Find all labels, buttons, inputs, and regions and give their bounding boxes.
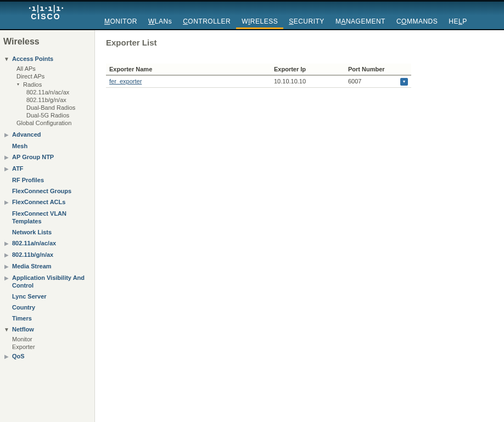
sidebar-item-ap-group-ntp[interactable]: ▶ AP Group NTP [0,151,94,163]
top-bar: ·ı|ı·ı|ı· CISCO MONITOR WLANs CONTROLLER… [0,0,504,30]
nav-management[interactable]: MANAGEMENT [330,13,391,29]
chevron-down-icon: ▼ [3,326,10,334]
dropdown-icon: ▾ [403,79,405,84]
exporter-table: Exporter Name Exporter Ip Port Number fe… [106,64,411,88]
sidebar-item-80211b[interactable]: ▶ 802.11b/g/n/ax [0,249,94,261]
exporter-port-cell: 6007 [345,75,397,87]
chevron-right-icon: ▶ [3,274,10,282]
table-row: fer_exporter 10.10.10.10 6007 ▾ [106,75,411,87]
chevron-right-icon: ▶ [3,199,10,206]
caret-down-icon: ▼ [15,81,21,88]
sidebar-title: Wireless [0,36,94,53]
chevron-right-icon: ▶ [3,353,10,361]
chevron-right-icon: ▶ [3,131,10,139]
sidebar-item-80211a[interactable]: ▶ 802.11a/n/ac/ax [0,238,94,249]
chevron-right-icon: ▶ [3,165,10,173]
sidebar-item-radio-a[interactable]: 802.11a/n/ac/ax [26,88,94,96]
nav-wlans[interactable]: WLANs [143,13,177,29]
col-port-number: Port Number [345,64,397,75]
sidebar-item-flexconnect-groups[interactable]: FlexConnect Groups [0,185,94,196]
sidebar-item-dual-5g[interactable]: Dual-5G Radios [26,111,94,119]
nav-wireless[interactable]: WIRELESS [236,13,283,29]
sidebar-item-mesh[interactable]: Mesh [0,140,94,151]
sidebar-item-network-lists[interactable]: Network Lists [0,227,94,238]
sidebar: Wireless ▼ Access Points All APs Direct … [0,30,95,422]
nav-monitor[interactable]: MONITOR [99,13,143,29]
sidebar-item-lync[interactable]: Lync Server [0,291,94,302]
sidebar-item-access-points[interactable]: ▼ Access Points [0,53,94,65]
sidebar-item-timers[interactable]: Timers [0,313,94,324]
chevron-right-icon: ▶ [3,251,10,259]
nav-security[interactable]: SECURITY [283,13,330,29]
nav-help[interactable]: HELP [443,13,472,29]
sidebar-item-netflow-monitor[interactable]: Monitor [12,335,94,343]
exporter-ip-cell: 10.10.10.10 [271,75,345,87]
sidebar-item-rf-profiles[interactable]: RF Profiles [0,175,94,185]
nav-commands[interactable]: COMMANDS [391,13,443,29]
page-title: Exporter List [106,38,493,47]
sidebar-item-flexconnect-vlan[interactable]: FlexConnect VLAN Templates [0,208,94,227]
sidebar-item-direct-aps[interactable]: Direct APs [16,72,94,80]
chevron-right-icon: ▶ [3,154,10,161]
col-actions [397,64,411,75]
sidebar-item-media-stream[interactable]: ▶ Media Stream [0,261,94,272]
brand-text: CISCO [27,12,64,21]
chevron-down-icon: ▼ [3,55,10,63]
sidebar-item-advanced[interactable]: ▶ Advanced [0,129,94,140]
sidebar-item-avc[interactable]: ▶ Application Visibility And Control [0,272,94,291]
sidebar-item-atf[interactable]: ▶ ATF [0,163,94,175]
exporter-link[interactable]: fer_exporter [109,78,142,85]
sidebar-item-netflow[interactable]: ▼ Netflow [0,324,94,335]
cisco-bars-icon: ·ı|ı·ı|ı· [27,4,64,12]
sidebar-item-qos[interactable]: ▶ QoS [0,351,94,362]
sidebar-item-global-config[interactable]: Global Configuration [16,119,94,127]
nav-controller[interactable]: CONTROLLER [177,13,236,29]
col-exporter-ip: Exporter Ip [271,64,345,75]
sidebar-item-country[interactable]: Country [0,302,94,313]
main-content: Exporter List Exporter Name Exporter Ip … [95,30,504,422]
row-menu-button[interactable]: ▾ [400,78,408,86]
chevron-right-icon: ▶ [3,240,10,247]
col-exporter-name: Exporter Name [106,64,271,75]
chevron-right-icon: ▶ [3,263,10,271]
main-nav: MONITOR WLANs CONTROLLER WIRELESS SECURI… [99,13,473,29]
brand-logo: ·ı|ı·ı|ı· CISCO [27,4,64,21]
sidebar-item-dual-band[interactable]: Dual-Band Radios [26,104,94,111]
sidebar-item-flexconnect-acls[interactable]: ▶ FlexConnect ACLs [0,196,94,208]
sidebar-item-netflow-exporter[interactable]: Exporter [12,343,94,351]
sidebar-item-all-aps[interactable]: All APs [16,65,94,72]
sidebar-item-radios[interactable]: ▼ Radios [0,80,94,88]
sidebar-item-radio-b[interactable]: 802.11b/g/n/ax [26,96,94,104]
